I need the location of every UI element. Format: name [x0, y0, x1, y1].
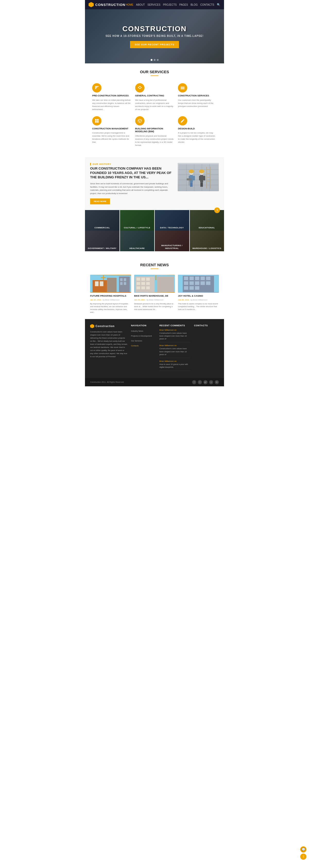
- nav-home[interactable]: HOME: [126, 3, 133, 6]
- svg-rect-76: [190, 286, 194, 290]
- svg-rect-53: [141, 278, 145, 281]
- category-healthcare[interactable]: HEALTHCARE: [120, 231, 154, 251]
- general-contracting-icon: [135, 83, 144, 93]
- category-educational[interactable]: EDUCATIONAL: [190, 210, 224, 231]
- history-section-wrap: OUR HISTORY OUR CONSTRUCTION COMPANY HAS…: [85, 157, 224, 210]
- footer-comment-text-2: Construction's core values have been sha…: [160, 347, 191, 356]
- news-grid: FUTURE PROOFING HOSPITALS Jan 20, 2021 b…: [90, 275, 219, 314]
- nav-projects[interactable]: PROJECTS: [163, 3, 177, 6]
- nav-services[interactable]: SERVICES: [147, 3, 160, 6]
- footer-nav-item-2: Projects in Development: [131, 334, 156, 337]
- cat-label-manufacturing: MANUFACTURING / INDUSTRIAL: [155, 243, 189, 251]
- history-left: OUR HISTORY OUR CONSTRUCTION COMPANY HAS…: [90, 163, 174, 205]
- category-manufacturing[interactable]: MANUFACTURING / INDUSTRIAL: [155, 231, 189, 251]
- svg-rect-44: [120, 278, 123, 281]
- svg-rect-47: [124, 282, 126, 285]
- news-meta-3: Jan 20, 2021 by Brian Williamson: [178, 299, 219, 301]
- services-section: OUR SERVICES PRE-CONSTRUCTION SERVICES W…: [85, 63, 224, 157]
- read-more-button[interactable]: READ MORE: [90, 198, 110, 205]
- svg-rect-34: [206, 177, 211, 178]
- svg-rect-68: [201, 277, 205, 280]
- history-image-inner: [178, 163, 219, 191]
- category-government[interactable]: GOVERNMENT / MILITARY: [85, 231, 119, 251]
- svg-point-22: [189, 169, 194, 173]
- category-commercial[interactable]: COMMERCIAL: [85, 210, 119, 231]
- news-date-3: Jan 20, 2021: [178, 299, 189, 301]
- hero-cta-button[interactable]: SEE OUR RECENT PROJECTS: [130, 41, 179, 48]
- scroll-up-button[interactable]: ⇧: [214, 208, 220, 213]
- news-title-3: JOY HOTEL & CASINO: [178, 294, 219, 298]
- footer-bottom: Construction 2011. All Rights Reserved. …: [85, 378, 224, 386]
- svg-rect-39: [93, 280, 107, 292]
- nav-contacts[interactable]: CONTACTS: [200, 3, 214, 6]
- social-vimeo[interactable]: v: [209, 380, 213, 384]
- footer-nav-link-1[interactable]: Industry News: [131, 330, 143, 332]
- news-date-1: Jan 20, 2021: [90, 299, 101, 301]
- svg-rect-15: [209, 164, 210, 191]
- pre-construction-icon: [92, 83, 101, 93]
- footer-about-text: Construction's core values have been sha…: [90, 331, 128, 358]
- service-desc-6: If a project is not too complex, we may …: [178, 131, 217, 144]
- social-facebook[interactable]: f: [192, 380, 196, 384]
- news-desc-2: Delaware proved to be a very friendly pl…: [134, 302, 175, 311]
- category-warehouse[interactable]: WAREHOUSE / LOGISTICS: [190, 231, 224, 251]
- social-twitter[interactable]: t: [198, 380, 202, 384]
- news-desc-3: This hotel & casino complex is our most …: [178, 302, 219, 311]
- footer-nav-link-4[interactable]: Contacts: [131, 345, 139, 347]
- service-desc-5: Oftentimes physical and functional essen…: [135, 134, 174, 147]
- hero-dot-3[interactable]: [157, 59, 159, 61]
- service-item-4: CONSTRUCTION MANAGEMENT Construction pro…: [90, 114, 133, 150]
- category-data-technology[interactable]: DATA / TECHNOLOGY: [155, 210, 189, 231]
- footer-nav-link-2[interactable]: Projects in Development: [131, 335, 152, 337]
- news-item-2: BIKE PARTS WAREHOUSE, DE Jan 20, 2021 by…: [134, 275, 175, 314]
- nav-pages[interactable]: PAGES: [179, 3, 188, 6]
- svg-rect-28: [202, 182, 203, 187]
- footer-contacts: CONTACTS: [194, 324, 219, 373]
- svg-rect-6: [97, 121, 99, 122]
- svg-rect-2: [181, 89, 185, 89]
- main-nav: HOME ABOUT SERVICES PROJECTS PAGES BLOG …: [126, 3, 220, 6]
- news-author-1: by Brian Williamson: [102, 299, 119, 301]
- svg-rect-40: [95, 281, 99, 286]
- hero-title: CONSTRUCTION: [106, 25, 204, 33]
- hero-dot-2[interactable]: [154, 59, 156, 61]
- svg-rect-60: [146, 286, 149, 289]
- services-title: OUR SERVICES: [140, 70, 169, 76]
- svg-rect-46: [120, 282, 123, 285]
- nav-blog[interactable]: BLOG: [191, 3, 198, 6]
- logo[interactable]: CONSTRUCTION: [89, 2, 126, 7]
- footer-about: Construction Construction's core values …: [90, 324, 128, 373]
- footer-comment-text-1: Construction's core values have been sha…: [160, 332, 191, 340]
- svg-rect-75: [184, 286, 188, 290]
- history-title: OUR CONSTRUCTION COMPANY HAS BEEN FOUNDE…: [90, 166, 174, 180]
- footer-logo: Construction: [90, 324, 128, 328]
- recent-news-section: RECENT NEWS FUTURE PROOFING HOSPITALS Ja…: [85, 251, 224, 319]
- svg-rect-30: [206, 167, 207, 189]
- logo-text: CONSTRUCTION: [95, 3, 126, 7]
- svg-rect-71: [190, 281, 194, 285]
- news-desc-1: By improving the physical layout of hosp…: [90, 302, 131, 314]
- search-icon[interactable]: 🔍: [217, 3, 220, 6]
- hero-dot-1[interactable]: [151, 59, 152, 61]
- nav-about[interactable]: ABOUT: [136, 3, 145, 6]
- footer-comment-1: Brian Williamson on Construction's core …: [160, 329, 191, 342]
- service-item-3: CONSTRUCTION SERVICES Our customers love…: [176, 81, 219, 114]
- news-item-3: JOY HOTEL & CASINO Jan 20, 2021 by Brian…: [178, 275, 219, 314]
- footer-comments-heading: RECENT COMMENTS: [160, 324, 191, 327]
- social-googleplus[interactable]: g+: [203, 380, 208, 384]
- categories-section: COMMERCIAL CULTURAL / LIFESTYLE DATA / T…: [85, 210, 224, 251]
- footer-comments: RECENT COMMENTS Brian Williamson on Cons…: [160, 324, 191, 373]
- footer-nav-link-3[interactable]: Our Services: [131, 340, 142, 342]
- footer-nav-item-3: Our Services: [131, 339, 156, 342]
- news-item-1: FUTURE PROOFING HOSPITALS Jan 20, 2021 b…: [90, 275, 131, 314]
- footer-nav-links: Industry News Projects in Development Ou…: [131, 329, 156, 347]
- category-cultural[interactable]: CULTURAL / LIFESTYLE: [120, 210, 154, 231]
- cat-label-commercial: COMMERCIAL: [85, 225, 119, 231]
- news-title-2: BIKE PARTS WAREHOUSE, DE: [134, 294, 175, 298]
- construction-services-icon: [178, 83, 187, 93]
- svg-rect-73: [201, 281, 205, 285]
- svg-rect-11: [178, 185, 218, 185]
- svg-rect-26: [203, 176, 205, 180]
- footer-comment-text-3: How to save 10 grand a year with digital…: [160, 363, 191, 369]
- social-linkedin[interactable]: in: [215, 380, 219, 384]
